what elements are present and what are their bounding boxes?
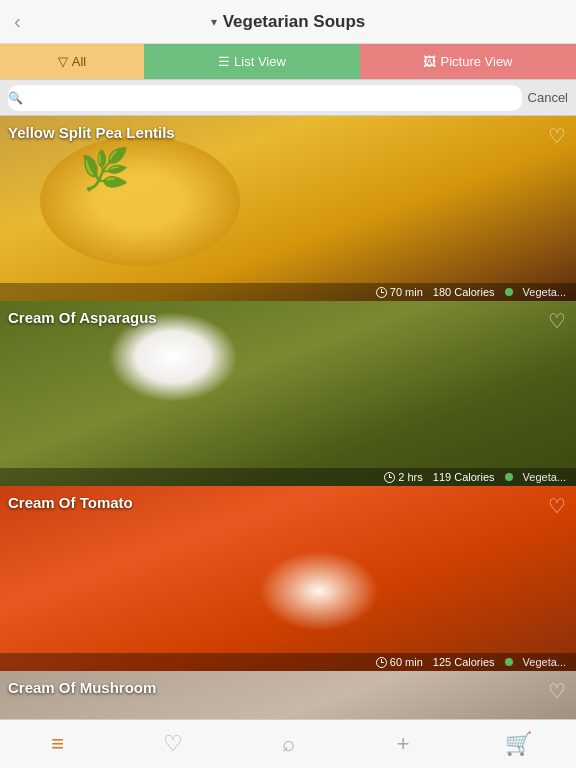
diet-tag: Vegeta...: [523, 656, 566, 668]
navigation-header: ‹ ▾ Vegetarian Soups: [0, 0, 576, 44]
segment-all[interactable]: ▽ All: [0, 44, 144, 79]
back-button[interactable]: ‹: [14, 10, 21, 33]
recipe-image-asparagus: [0, 301, 576, 486]
segment-picture-label: Picture View: [440, 54, 512, 69]
favorite-button-yellow-split-pea[interactable]: ♡: [548, 124, 566, 148]
tab-bar: ≡ ♡ ⌕ + 🛒: [0, 719, 576, 768]
diet-tag: Vegeta...: [523, 286, 566, 298]
recipe-image-tomato: [0, 486, 576, 671]
clock-icon: [384, 472, 395, 483]
heart-icon: ♡: [163, 731, 183, 757]
segment-list-label: List View: [234, 54, 286, 69]
recipe-calories: 180 Calories: [433, 286, 495, 298]
segment-control: ▽ All ☰ List View 🖼 Picture View: [0, 44, 576, 80]
segment-all-label: All: [72, 54, 86, 69]
recipe-time: 60 min: [376, 656, 423, 668]
clock-icon: [376, 657, 387, 668]
recipe-title: Cream Of Asparagus: [8, 309, 157, 326]
diet-dot-icon: [505, 288, 513, 296]
recipe-card-yellow-split-pea[interactable]: Yellow Split Pea Lentils ♡ 70 min 180 Ca…: [0, 116, 576, 301]
recipe-title: Yellow Split Pea Lentils: [8, 124, 175, 141]
recipe-calories: 119 Calories: [433, 471, 495, 483]
recipe-meta-asparagus: 2 hrs 119 Calories Vegeta...: [0, 468, 576, 486]
search-input-wrap: 🔍: [8, 85, 522, 111]
filter-icon: ▽: [58, 54, 68, 69]
segment-picture-view[interactable]: 🖼 Picture View: [360, 44, 576, 79]
tab-cart[interactable]: 🛒: [461, 720, 576, 768]
clock-icon: [376, 287, 387, 298]
recipe-card-cream-of-mushroom[interactable]: Cream Of Mushroom ♡: [0, 671, 576, 719]
search-input[interactable]: [27, 90, 522, 105]
header-title-area: ▾ Vegetarian Soups: [211, 12, 366, 32]
diet-tag: Vegeta...: [523, 471, 566, 483]
recipe-time: 70 min: [376, 286, 423, 298]
recipe-card-cream-of-tomato[interactable]: Cream Of Tomato ♡ 60 min 125 Calories Ve…: [0, 486, 576, 671]
favorite-button-mushroom[interactable]: ♡: [548, 679, 566, 703]
favorite-button-tomato[interactable]: ♡: [548, 494, 566, 518]
recipe-card-cream-of-asparagus[interactable]: Cream Of Asparagus ♡ 2 hrs 119 Calories …: [0, 301, 576, 486]
recipe-list: Yellow Split Pea Lentils ♡ 70 min 180 Ca…: [0, 116, 576, 719]
search-bar: 🔍 Cancel: [0, 80, 576, 116]
recipe-meta-yellow-split-pea: 70 min 180 Calories Vegeta...: [0, 283, 576, 301]
picture-view-icon: 🖼: [423, 54, 436, 69]
segment-list-view[interactable]: ☰ List View: [144, 44, 360, 79]
favorite-button-asparagus[interactable]: ♡: [548, 309, 566, 333]
recipe-meta-tomato: 60 min 125 Calories Vegeta...: [0, 653, 576, 671]
diet-dot-icon: [505, 658, 513, 666]
list-icon: ≡: [51, 731, 64, 757]
recipe-title: Cream Of Mushroom: [8, 679, 156, 696]
search-tab-icon: ⌕: [282, 731, 295, 757]
recipe-time: 2 hrs: [384, 471, 422, 483]
list-view-icon: ☰: [218, 54, 230, 69]
tab-add[interactable]: +: [346, 720, 461, 768]
recipe-image-yellow-split-pea: [0, 116, 576, 301]
add-icon: +: [397, 731, 410, 757]
diet-dot-icon: [505, 473, 513, 481]
recipe-title: Cream Of Tomato: [8, 494, 133, 511]
search-icon: 🔍: [8, 91, 23, 105]
page-title: Vegetarian Soups: [223, 12, 366, 32]
cancel-button[interactable]: Cancel: [528, 90, 568, 105]
tab-favorites[interactable]: ♡: [115, 720, 230, 768]
chevron-down-icon: ▾: [211, 15, 217, 29]
recipe-calories: 125 Calories: [433, 656, 495, 668]
tab-search[interactable]: ⌕: [230, 720, 345, 768]
tab-recipes[interactable]: ≡: [0, 720, 115, 768]
cart-icon: 🛒: [505, 731, 532, 757]
